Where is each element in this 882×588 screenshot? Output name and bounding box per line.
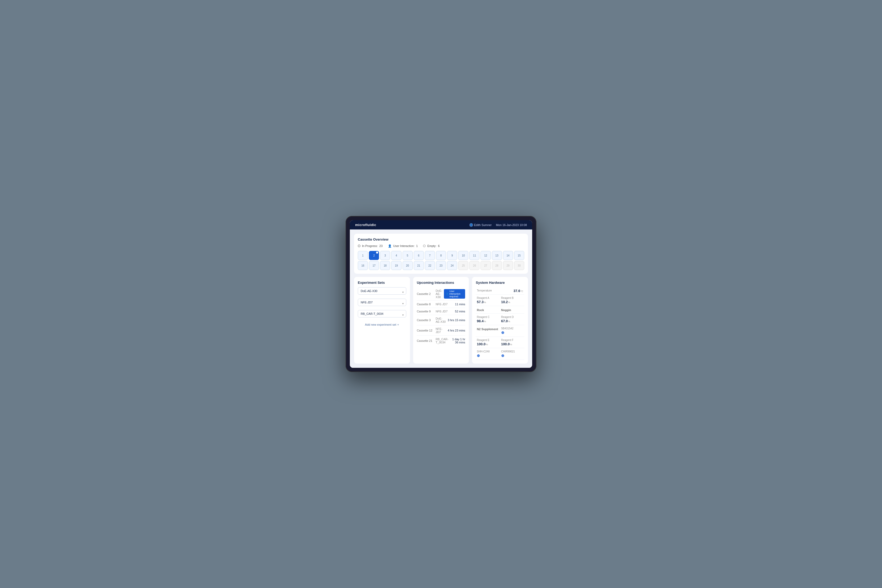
- cassette-cell-2[interactable]: 2: [369, 251, 379, 260]
- cassette-cell-14[interactable]: 14: [503, 251, 513, 260]
- upcoming-interactions-panel: Upcoming Interactions Cassette 2DoE-AE-X…: [413, 277, 469, 363]
- user-icon: 👤: [446, 292, 448, 295]
- interaction-time: 3 hrs 15 mins: [448, 318, 465, 322]
- interaction-cassette-label: Cassette 12: [417, 329, 434, 332]
- cassette-cell-12[interactable]: 12: [480, 251, 490, 260]
- hw-reagent-value: 10.2%: [501, 300, 523, 304]
- cassette-cell-20[interactable]: 20: [403, 261, 412, 270]
- hw-reagent-label: Reagent A: [477, 297, 499, 299]
- cassette-cell-21[interactable]: 21: [414, 261, 424, 270]
- header-right: 👤 Edith Sumner Mon 16-Jan-2023 10:08: [470, 223, 527, 227]
- cassette-grid: 1234567891011121314151617181920212223242…: [358, 251, 524, 270]
- add-experiment-button[interactable]: Add new experiment set +: [358, 321, 406, 328]
- experiment-sets-title: Experiment Sets: [358, 280, 406, 285]
- interaction-time: 52 mins: [455, 310, 465, 313]
- interaction-row: Cassette 8NFE-JD711 mins: [417, 301, 465, 308]
- cassette-cell-27[interactable]: 27: [480, 261, 490, 270]
- cassette-cell-15[interactable]: 15: [514, 251, 524, 260]
- add-experiment-label: Add new experiment set: [365, 323, 396, 326]
- hw-reagent-number: 100.0: [477, 342, 486, 346]
- cassette-cell-24[interactable]: 24: [447, 261, 457, 270]
- temperature-number: 37.6: [514, 289, 520, 293]
- cassette-cell-28[interactable]: 28: [492, 261, 502, 270]
- hw-reagent-value: 100.0%: [477, 342, 499, 346]
- hw-reagent-cell: Reagent B10.2%: [500, 295, 524, 306]
- status-in-progress: In Progress: 23: [358, 244, 383, 248]
- hw-reagent-cell: Rock: [476, 306, 500, 314]
- experiment-dropdown-wrapper: DoE-AE-X30▾: [358, 287, 406, 297]
- in-progress-count: 23: [379, 244, 382, 248]
- system-hardware-panel: System Hardware Temperature 37.6 °C Reag…: [472, 277, 528, 363]
- hw-add-button[interactable]: ⊕: [501, 330, 504, 334]
- cassette-cell-13[interactable]: 13: [492, 251, 502, 260]
- hw-reagent-unit: %: [486, 343, 488, 346]
- hw-add-button[interactable]: ⊕: [501, 354, 504, 358]
- cassette-cell-10[interactable]: 10: [458, 251, 468, 260]
- interaction-rows: Cassette 2DoE-AE-X30👤User interaction re…: [417, 287, 465, 346]
- hw-reagent-value: N2 Supplement: [477, 327, 499, 331]
- hw-item-name: N2 Supplement: [477, 327, 498, 331]
- cassette-cell-5[interactable]: 5: [403, 251, 412, 260]
- interaction-experiment-label: NFE-JD7: [434, 327, 448, 334]
- cassette-cell-8[interactable]: 8: [436, 251, 446, 260]
- cassette-cell-23[interactable]: 23: [436, 261, 446, 270]
- cassette-cell-25[interactable]: 25: [458, 261, 468, 270]
- hw-reagent-number: 98.4: [477, 319, 483, 323]
- hw-reagent-grid: Reagent A57.3%Reagent B10.2%RockNogginRe…: [476, 295, 524, 360]
- hw-add-button[interactable]: ⊕: [477, 354, 480, 358]
- cassette-cell-11[interactable]: 11: [470, 251, 479, 260]
- interaction-row: Cassette 3DoE-AE-X303 hrs 15 mins: [417, 315, 465, 326]
- cassette-cell-4[interactable]: 4: [391, 251, 401, 260]
- hw-reagent-number: 100.0: [501, 342, 510, 346]
- hw-reagent-cell: Reagent C98.4%: [476, 314, 500, 325]
- temperature-value: 37.6 °C: [514, 289, 523, 293]
- cassette-status-bar: In Progress: 23 👤 User Interaction: 1 Em…: [358, 244, 524, 248]
- hw-reagent-label: Reagent B: [501, 297, 523, 299]
- interaction-time[interactable]: 👤User interaction required: [444, 289, 465, 298]
- cassette-cell-26[interactable]: 26: [470, 261, 479, 270]
- cassette-cell-9[interactable]: 9: [447, 251, 457, 260]
- cassette-cell-6[interactable]: 6: [414, 251, 424, 260]
- hw-reagent-value: 100.0%: [501, 342, 523, 346]
- hw-reagent-value: 67.0%: [501, 319, 523, 323]
- hw-reagent-number: 67.0: [501, 319, 508, 323]
- interaction-time: 1 day 1 hr 36 mins: [450, 338, 465, 344]
- cassette-cell-1[interactable]: 1: [358, 251, 368, 260]
- experiment-dropdown[interactable]: NFE-JD7: [358, 298, 406, 306]
- experiment-dropdown[interactable]: RB_CAR-T_0034: [358, 310, 406, 318]
- interaction-row: Cassette 9NFE-JD752 mins: [417, 308, 465, 315]
- experiment-dropdowns: DoE-AE-X30▾NFE-JD7▾RB_CAR-T_0034▾: [358, 287, 406, 320]
- hw-reagent-cell: Noggin: [500, 306, 524, 314]
- interaction-row: Cassette 12NFE-JD74 hrs 23 mins: [417, 326, 465, 336]
- experiment-sets-panel: Experiment Sets DoE-AE-X30▾NFE-JD7▾RB_CA…: [354, 277, 410, 363]
- cassette-cell-18[interactable]: 18: [380, 261, 390, 270]
- cassette-cell-16[interactable]: 16: [358, 261, 368, 270]
- cassette-cell-30[interactable]: 30: [514, 261, 524, 270]
- interaction-cassette-label: Cassette 8: [417, 303, 434, 306]
- interaction-cassette-label: Cassette 3: [417, 318, 434, 322]
- hw-reagent-label: CHIR99021: [501, 350, 523, 353]
- experiment-dropdown[interactable]: DoE-AE-X30: [358, 287, 406, 295]
- interaction-cassette-label: Cassette 2: [417, 292, 434, 296]
- cassette-cell-17[interactable]: 17: [369, 261, 379, 270]
- hw-temperature-row: Temperature 37.6 °C: [476, 287, 524, 295]
- hw-reagent-number: 57.3: [477, 300, 483, 304]
- cassette-cell-19[interactable]: 19: [391, 261, 401, 270]
- hw-reagent-label: SB431542: [501, 327, 523, 330]
- cassette-cell-7[interactable]: 7: [425, 251, 435, 260]
- user-interaction-label: User Interaction:: [393, 244, 415, 248]
- cassette-cell-22[interactable]: 22: [425, 261, 435, 270]
- app-logo: microfluidic: [355, 223, 376, 227]
- status-empty: Empty: 6: [423, 244, 440, 248]
- app-header: microfluidic 👤 Edith Sumner Mon 16-Jan-2…: [350, 220, 532, 230]
- empty-dot: [423, 244, 426, 247]
- cassette-overview-panel: Cassette Overview In Progress: 23 👤 User…: [354, 234, 528, 274]
- hw-reagent-number: 10.2: [501, 300, 508, 304]
- interaction-cassette-label: Cassette 21: [417, 339, 434, 342]
- temperature-label: Temperature: [477, 289, 492, 292]
- interaction-experiment-label: DoE-AE-X30: [434, 317, 448, 323]
- cassette-cell-3[interactable]: 3: [380, 251, 390, 260]
- cassette-cell-29[interactable]: 29: [503, 261, 513, 270]
- hw-reagent-unit: %: [484, 320, 486, 323]
- interaction-time: 11 mins: [455, 303, 465, 306]
